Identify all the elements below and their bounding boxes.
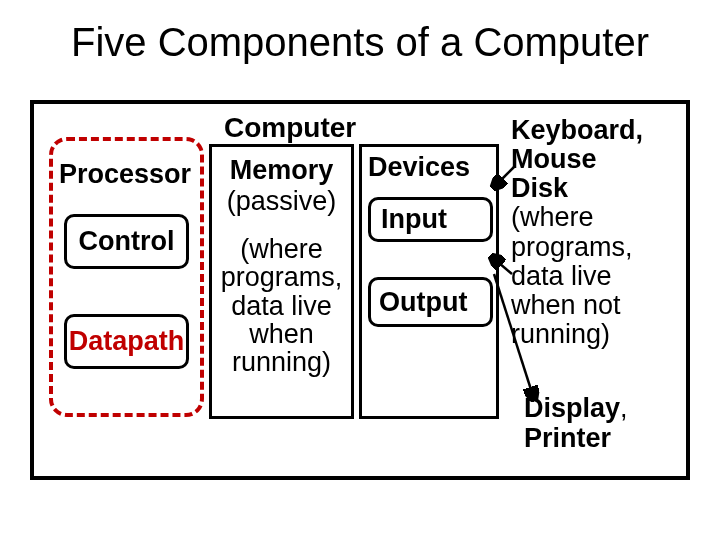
arrow-display <box>489 269 544 409</box>
computer-label: Computer <box>224 112 356 144</box>
memory-passive: (passive) <box>212 186 351 217</box>
slide-title: Five Components of a Computer <box>0 0 720 65</box>
datapath-box: Datapath <box>64 314 189 369</box>
arrow-input <box>489 164 519 194</box>
input-box: Input <box>368 197 493 242</box>
mouse-label: Mouse <box>511 145 691 174</box>
control-label: Control <box>79 226 175 257</box>
memory-title: Memory <box>212 155 351 186</box>
printer-label: Printer <box>524 423 611 453</box>
control-box: Control <box>64 214 189 269</box>
processor-label: Processor <box>59 159 191 190</box>
memory-desc: (whereprograms,data livewhenrunning) <box>212 235 351 377</box>
devices-label: Devices <box>368 152 470 183</box>
devices-box: Devices Input Output <box>359 144 499 419</box>
datapath-label: Datapath <box>69 326 185 357</box>
memory-box: Memory (passive) (whereprograms,data liv… <box>209 144 354 419</box>
svg-line-2 <box>494 274 534 399</box>
comma: , <box>620 393 628 423</box>
input-label: Input <box>381 204 447 235</box>
keyboard-label: Keyboard, <box>511 116 691 145</box>
computer-outer-box: Computer Processor Control Datapath Memo… <box>30 100 690 480</box>
output-box: Output <box>368 277 493 327</box>
svg-line-0 <box>494 167 514 187</box>
disk-label: Disk <box>511 174 691 203</box>
output-label: Output <box>379 287 467 318</box>
